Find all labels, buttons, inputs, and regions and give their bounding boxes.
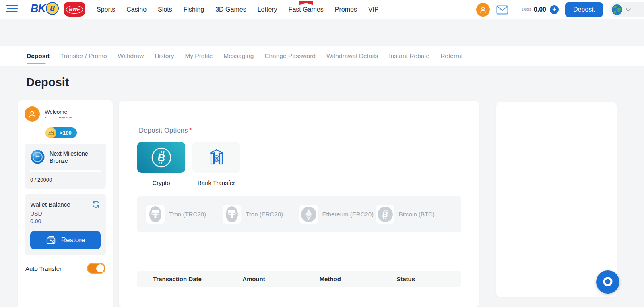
method-bank-transfer[interactable]: $ Bank Transfer: [192, 142, 240, 186]
wallet-currency: USD: [30, 210, 101, 217]
crown-icon: [45, 127, 56, 138]
nav-fishing[interactable]: Fishing: [184, 6, 204, 13]
svg-text:$: $: [215, 155, 218, 161]
deposit-options-label: Deposit Options*: [139, 127, 192, 134]
menu-icon[interactable]: [6, 5, 19, 15]
bk8-logo-text: BK: [31, 2, 45, 15]
milestone-title: Next Milestone: [50, 150, 88, 157]
th-method: Method: [320, 276, 397, 282]
add-funds-button[interactable]: +: [550, 5, 559, 14]
welcome-row: Welcome bxxx0250: [25, 106, 106, 122]
deposit-method-row: B Crypto $ Bank Transfer: [137, 142, 240, 186]
wallet-restore-icon: [46, 235, 56, 245]
wallet-title: Wallet Balance: [30, 201, 70, 208]
transactions-table-header: Transaction Date Amount Method Status: [137, 271, 461, 287]
method-crypto-label: Crypto: [137, 179, 185, 186]
chevron-down-icon: [625, 8, 631, 12]
person-icon: [479, 6, 487, 14]
crypto-option-label: Tron (ERC20): [246, 211, 283, 218]
bwf-logo[interactable]: BWF: [64, 2, 85, 17]
tab-deposit[interactable]: Deposit: [27, 46, 50, 66]
milestone-progressbar: [30, 170, 101, 172]
balance-currency: USD: [522, 7, 532, 12]
crypto-option-tron-erc20[interactable]: Tron (ERC20): [223, 205, 299, 224]
bitcoin-icon: B: [151, 147, 172, 168]
page-title: Deposit: [26, 76, 69, 89]
wallet-amount: 0.00: [30, 218, 101, 224]
tether-icon: [224, 205, 240, 224]
method-crypto[interactable]: B Crypto: [137, 142, 185, 186]
logo-divider: [59, 4, 59, 15]
crypto-options-row: Tron (TRC20) Tron (ERC20) Ethereum (ERC2…: [137, 196, 461, 232]
restore-button[interactable]: Restore: [30, 231, 101, 249]
language-selector[interactable]: [609, 2, 644, 17]
milestone-tier: Bronze: [50, 157, 88, 164]
restore-button-label: Restore: [61, 236, 85, 244]
chat-bubble-icon: [601, 276, 614, 288]
auto-transfer-toggle[interactable]: [87, 263, 105, 274]
tab-referral[interactable]: Referral: [440, 46, 462, 66]
tab-my-profile[interactable]: My Profile: [185, 46, 213, 66]
bank-icon: $: [207, 148, 226, 167]
nav-casino[interactable]: Casino: [126, 6, 147, 13]
auto-transfer-label: Auto Transfer: [25, 265, 62, 272]
mail-icon[interactable]: [496, 5, 508, 15]
user-avatar[interactable]: [476, 3, 490, 17]
tab-withdrawal-details[interactable]: Withdrawal Details: [326, 46, 378, 66]
th-status: Status: [396, 276, 461, 282]
required-asterisk: *: [189, 127, 192, 134]
person-icon: [28, 110, 37, 118]
bitcoin-icon: B: [377, 206, 394, 223]
crypto-option-label: Ethereum (ERC20): [322, 211, 374, 218]
crypto-option-ethereum-erc20[interactable]: Ethereum (ERC20): [299, 205, 376, 224]
header-divider: [516, 4, 516, 15]
nav-vip[interactable]: VIP: [368, 6, 379, 13]
live-chat-button[interactable]: [596, 270, 619, 294]
header-right-cluster: USD 0.00 + Deposit: [476, 0, 644, 19]
milestone-progress-value: 0 / 20000: [30, 177, 101, 183]
bwf-logo-text: BWF: [66, 6, 83, 14]
username-clipped: bxxx0250: [45, 115, 72, 118]
auto-transfer-row: Auto Transfer: [25, 261, 106, 274]
header-deposit-button[interactable]: Deposit: [565, 2, 603, 17]
refresh-icon[interactable]: [91, 200, 101, 209]
nav-3d-games[interactable]: 3D Games: [215, 6, 246, 13]
bk8-logo-eight: 8: [46, 2, 59, 15]
nav-lottery[interactable]: Lottery: [258, 6, 277, 13]
tab-instant-rebate[interactable]: Instant Rebate: [389, 46, 429, 66]
globe-icon: [611, 4, 623, 16]
main-nav: Sports Casino Slots Fishing 3D Games Lot…: [97, 0, 379, 19]
deposit-panel: Deposit Options* B Crypto: [119, 101, 479, 307]
balance-amount: 0.00: [534, 6, 546, 13]
crypto-option-label: Bitcoin (BTC): [399, 211, 435, 218]
th-transaction-date: Transaction Date: [153, 276, 242, 282]
tab-history[interactable]: History: [155, 46, 174, 66]
nav-fast-games[interactable]: Fast Games: [289, 6, 324, 13]
nav-promos[interactable]: Promos: [335, 6, 357, 13]
crypto-option-label: Tron (TRC20): [169, 211, 206, 218]
hot-ribbon-icon: [299, 1, 313, 5]
account-tabbar: Deposit Transfer / Promo Withdraw Histor…: [0, 46, 644, 66]
milestone-card: Next Milestone Bronze 0 / 20000: [25, 144, 106, 189]
vip-level-badge[interactable]: >100: [45, 127, 77, 138]
th-amount: Amount: [242, 276, 320, 282]
top-header: BK 8 BWF Sports Casino Slots Fishing 3D …: [0, 0, 644, 19]
crypto-option-bitcoin-btc[interactable]: B Bitcoin (BTC): [376, 205, 452, 224]
crypto-option-tron-trc20[interactable]: Tron (TRC20): [146, 205, 223, 224]
wallet-card: Wallet Balance USD 0.00 Restore: [25, 194, 106, 255]
right-panel: [496, 102, 617, 297]
tab-messaging[interactable]: Messaging: [223, 46, 254, 66]
nav-sports[interactable]: Sports: [97, 6, 115, 13]
bk8-logo[interactable]: BK 8: [31, 2, 59, 15]
account-sidebar: Welcome bxxx0250 >100 Next Milestone: [18, 100, 113, 307]
milestone-text: Next Milestone Bronze: [50, 149, 88, 164]
welcome-label: Welcome: [45, 106, 72, 115]
tether-icon: [147, 205, 163, 224]
tab-transfer-promo[interactable]: Transfer / Promo: [60, 46, 107, 66]
sidebar-avatar: [25, 106, 40, 122]
tab-withdraw[interactable]: Withdraw: [118, 46, 144, 66]
ethereum-icon: [300, 206, 317, 223]
milestone-coin-icon: [30, 149, 45, 164]
nav-slots[interactable]: Slots: [158, 6, 172, 13]
tab-change-password[interactable]: Change Password: [264, 46, 316, 66]
